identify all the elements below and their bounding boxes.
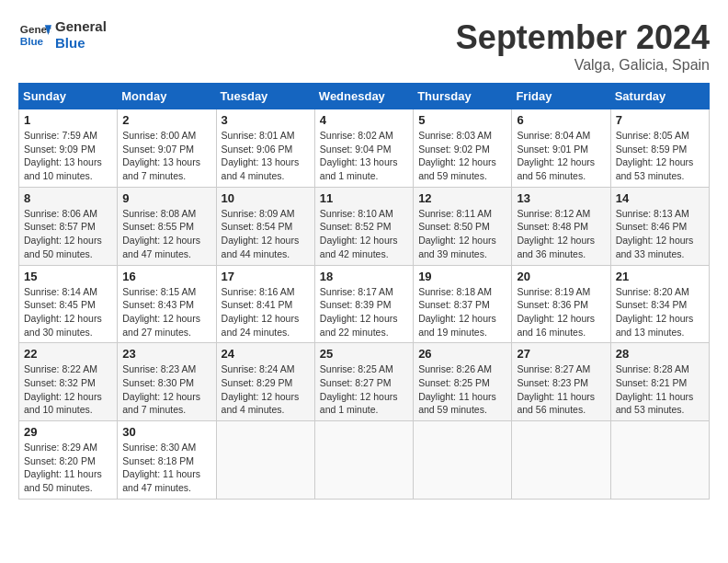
day-number: 13: [517, 191, 605, 205]
calendar-cell: 5Sunrise: 8:03 AMSunset: 9:02 PMDaylight…: [414, 109, 512, 188]
day-number: 16: [122, 270, 210, 283]
day-number: 25: [320, 347, 408, 361]
calendar-cell: 9Sunrise: 8:08 AMSunset: 8:55 PMDaylight…: [118, 187, 216, 265]
day-info: Sunrise: 8:08 AMSunset: 8:55 PMDaylight:…: [122, 207, 210, 261]
day-number: 28: [616, 347, 704, 361]
calendar-cell: 21Sunrise: 8:20 AMSunset: 8:34 PMDayligh…: [610, 265, 709, 343]
day-header-tuesday: Tuesday: [216, 84, 314, 109]
day-info: Sunrise: 8:14 AMSunset: 8:45 PMDaylight:…: [24, 285, 112, 339]
calendar-cell: 20Sunrise: 8:19 AMSunset: 8:36 PMDayligh…: [512, 265, 610, 343]
day-number: 9: [122, 191, 210, 205]
calendar-cell: 24Sunrise: 8:24 AMSunset: 8:29 PMDayligh…: [216, 343, 314, 421]
day-header-monday: Monday: [118, 84, 216, 109]
calendar-cell: 10Sunrise: 8:09 AMSunset: 8:54 PMDayligh…: [216, 187, 314, 265]
day-info: Sunrise: 8:28 AMSunset: 8:21 PMDaylight:…: [616, 362, 704, 417]
day-header-saturday: Saturday: [610, 84, 709, 109]
calendar-cell: 28Sunrise: 8:28 AMSunset: 8:21 PMDayligh…: [610, 343, 709, 421]
day-info: Sunrise: 8:18 AMSunset: 8:37 PMDaylight:…: [418, 285, 506, 339]
day-info: Sunrise: 8:13 AMSunset: 8:46 PMDaylight:…: [616, 207, 704, 261]
day-info: Sunrise: 8:29 AMSunset: 8:20 PMDaylight:…: [24, 441, 112, 495]
day-number: 6: [517, 113, 605, 127]
calendar-week-3: 15Sunrise: 8:14 AMSunset: 8:45 PMDayligh…: [19, 265, 710, 343]
day-header-sunday: Sunday: [19, 84, 118, 109]
day-info: Sunrise: 8:15 AMSunset: 8:43 PMDaylight:…: [122, 285, 210, 339]
day-number: 26: [418, 347, 506, 361]
svg-text:Blue: Blue: [20, 35, 44, 47]
calendar-cell: 11Sunrise: 8:10 AMSunset: 8:52 PMDayligh…: [314, 187, 413, 265]
day-number: 11: [320, 191, 408, 205]
calendar-cell: 8Sunrise: 8:06 AMSunset: 8:57 PMDaylight…: [19, 187, 118, 265]
logo-icon: General Blue: [18, 18, 51, 52]
day-number: 17: [222, 270, 310, 283]
day-info: Sunrise: 8:05 AMSunset: 8:59 PMDaylight:…: [616, 129, 704, 183]
calendar-cell: [314, 421, 413, 500]
calendar-cell: 17Sunrise: 8:16 AMSunset: 8:41 PMDayligh…: [216, 265, 314, 343]
calendar-cell: 19Sunrise: 8:18 AMSunset: 8:37 PMDayligh…: [414, 265, 512, 343]
day-number: 29: [24, 425, 112, 439]
calendar-header-row: SundayMondayTuesdayWednesdayThursdayFrid…: [19, 84, 710, 109]
day-number: 14: [616, 191, 704, 205]
calendar-cell: 27Sunrise: 8:27 AMSunset: 8:23 PMDayligh…: [512, 343, 610, 421]
calendar-week-5: 29Sunrise: 8:29 AMSunset: 8:20 PMDayligh…: [19, 421, 710, 500]
calendar-cell: 15Sunrise: 8:14 AMSunset: 8:45 PMDayligh…: [19, 265, 118, 343]
calendar-cell: [216, 421, 314, 500]
location: Valga, Galicia, Spain: [456, 57, 710, 74]
day-info: Sunrise: 8:23 AMSunset: 8:30 PMDaylight:…: [122, 362, 210, 417]
calendar-cell: 13Sunrise: 8:12 AMSunset: 8:48 PMDayligh…: [512, 187, 610, 265]
calendar-week-4: 22Sunrise: 8:22 AMSunset: 8:32 PMDayligh…: [19, 343, 710, 421]
calendar-cell: 6Sunrise: 8:04 AMSunset: 9:01 PMDaylight…: [512, 109, 610, 188]
day-info: Sunrise: 8:02 AMSunset: 9:04 PMDaylight:…: [320, 129, 408, 183]
day-info: Sunrise: 8:30 AMSunset: 8:18 PMDaylight:…: [122, 441, 210, 495]
day-info: Sunrise: 8:12 AMSunset: 8:48 PMDaylight:…: [517, 207, 605, 261]
day-number: 23: [122, 347, 210, 361]
calendar-cell: 25Sunrise: 8:25 AMSunset: 8:27 PMDayligh…: [314, 343, 413, 421]
day-header-friday: Friday: [512, 84, 610, 109]
day-info: Sunrise: 8:10 AMSunset: 8:52 PMDaylight:…: [320, 207, 408, 261]
calendar-cell: 29Sunrise: 8:29 AMSunset: 8:20 PMDayligh…: [19, 421, 118, 500]
day-number: 8: [24, 191, 112, 205]
day-info: Sunrise: 8:04 AMSunset: 9:01 PMDaylight:…: [517, 129, 605, 183]
calendar-cell: 22Sunrise: 8:22 AMSunset: 8:32 PMDayligh…: [19, 343, 118, 421]
calendar-week-1: 1Sunrise: 7:59 AMSunset: 9:09 PMDaylight…: [19, 109, 710, 188]
calendar-cell: 2Sunrise: 8:00 AMSunset: 9:07 PMDaylight…: [118, 109, 216, 188]
header: General Blue General Blue September 2024…: [18, 18, 710, 74]
day-number: 19: [418, 270, 506, 283]
calendar-cell: 4Sunrise: 8:02 AMSunset: 9:04 PMDaylight…: [314, 109, 413, 188]
day-number: 2: [122, 113, 210, 127]
day-number: 22: [24, 347, 112, 361]
calendar-cell: 3Sunrise: 8:01 AMSunset: 9:06 PMDaylight…: [216, 109, 314, 188]
calendar-cell: 18Sunrise: 8:17 AMSunset: 8:39 PMDayligh…: [314, 265, 413, 343]
day-info: Sunrise: 8:19 AMSunset: 8:36 PMDaylight:…: [517, 285, 605, 339]
calendar-cell: [610, 421, 709, 500]
month-title: September 2024 Valga, Galicia, Spain: [456, 18, 710, 74]
day-number: 15: [24, 270, 112, 283]
day-info: Sunrise: 8:25 AMSunset: 8:27 PMDaylight:…: [320, 362, 408, 417]
day-info: Sunrise: 8:24 AMSunset: 8:29 PMDaylight:…: [222, 362, 310, 417]
day-header-wednesday: Wednesday: [314, 84, 413, 109]
day-info: Sunrise: 8:06 AMSunset: 8:57 PMDaylight:…: [24, 207, 112, 261]
day-info: Sunrise: 8:16 AMSunset: 8:41 PMDaylight:…: [222, 285, 310, 339]
day-header-thursday: Thursday: [414, 84, 512, 109]
logo: General Blue General Blue: [18, 18, 107, 52]
day-number: 7: [616, 113, 704, 127]
day-info: Sunrise: 7:59 AMSunset: 9:09 PMDaylight:…: [24, 129, 112, 183]
day-info: Sunrise: 8:11 AMSunset: 8:50 PMDaylight:…: [418, 207, 506, 261]
day-number: 20: [517, 270, 605, 283]
day-number: 24: [222, 347, 310, 361]
logo-line1: General: [55, 18, 107, 35]
calendar-cell: 14Sunrise: 8:13 AMSunset: 8:46 PMDayligh…: [610, 187, 709, 265]
calendar-cell: 30Sunrise: 8:30 AMSunset: 8:18 PMDayligh…: [118, 421, 216, 500]
day-number: 18: [320, 270, 408, 283]
calendar-cell: 1Sunrise: 7:59 AMSunset: 9:09 PMDaylight…: [19, 109, 118, 188]
logo-line2: Blue: [55, 35, 107, 52]
day-info: Sunrise: 8:20 AMSunset: 8:34 PMDaylight:…: [616, 285, 704, 339]
month-year: September 2024: [456, 18, 710, 57]
day-number: 1: [24, 113, 112, 127]
calendar-cell: 23Sunrise: 8:23 AMSunset: 8:30 PMDayligh…: [118, 343, 216, 421]
day-number: 27: [517, 347, 605, 361]
day-number: 4: [320, 113, 408, 127]
day-info: Sunrise: 8:01 AMSunset: 9:06 PMDaylight:…: [222, 129, 310, 183]
calendar-cell: [512, 421, 610, 500]
day-info: Sunrise: 8:26 AMSunset: 8:25 PMDaylight:…: [418, 362, 506, 417]
calendar-cell: 12Sunrise: 8:11 AMSunset: 8:50 PMDayligh…: [414, 187, 512, 265]
